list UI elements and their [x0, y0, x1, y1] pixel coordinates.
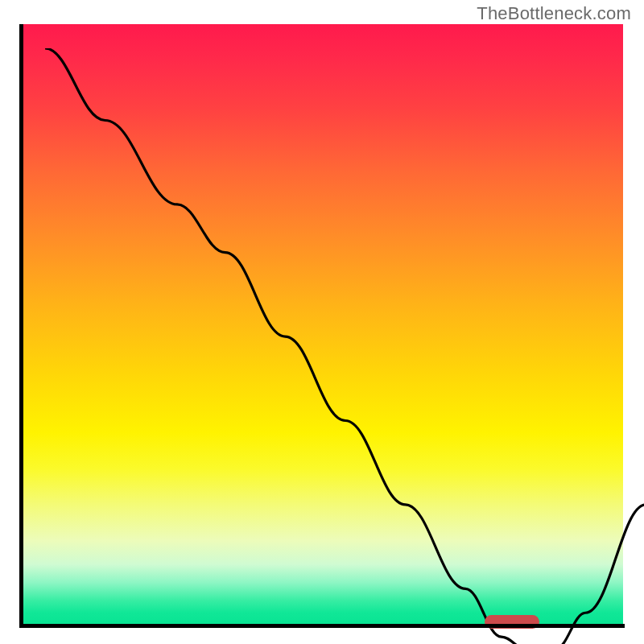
chart-frame: TheBottleneck.com — [0, 0, 644, 644]
y-axis — [19, 24, 23, 628]
x-axis — [19, 624, 625, 628]
curve-path — [45, 48, 644, 644]
bottleneck-curve — [45, 48, 644, 644]
attribution-text: TheBottleneck.com — [477, 3, 631, 24]
plot-area — [23, 24, 623, 625]
